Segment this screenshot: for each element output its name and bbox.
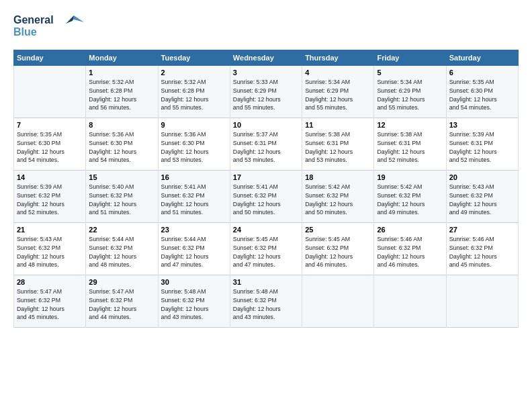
logo: General Blue [13,10,84,43]
day-header-monday: Monday [86,50,158,66]
day-number: 12 [377,121,443,129]
calendar-table: SundayMondayTuesdayWednesdayThursdayFrid… [13,50,519,328]
day-number: 25 [305,226,371,234]
header: General Blue [13,10,519,43]
day-number: 17 [233,173,299,181]
day-info: Sunrise: 5:42 AM Sunset: 6:32 PM Dayligh… [305,183,371,217]
day-info: Sunrise: 5:39 AM Sunset: 6:31 PM Dayligh… [449,130,515,165]
day-info: Sunrise: 5:44 AM Sunset: 6:32 PM Dayligh… [89,235,154,269]
day-number: 22 [89,226,154,234]
day-number: 10 [233,121,299,129]
calendar-cell: 14Sunrise: 5:39 AM Sunset: 6:32 PM Dayli… [14,171,86,223]
day-info: Sunrise: 5:38 AM Sunset: 6:31 PM Dayligh… [377,130,443,165]
day-number: 5 [377,68,443,77]
day-info: Sunrise: 5:35 AM Sunset: 6:30 PM Dayligh… [449,78,515,112]
calendar-cell: 17Sunrise: 5:41 AM Sunset: 6:32 PM Dayli… [230,171,302,223]
calendar-cell: 20Sunrise: 5:43 AM Sunset: 6:32 PM Dayli… [446,171,518,223]
day-info: Sunrise: 5:41 AM Sunset: 6:32 PM Dayligh… [233,183,299,217]
day-number: 21 [17,226,83,234]
week-row-4: 21Sunrise: 5:43 AM Sunset: 6:32 PM Dayli… [14,223,519,275]
day-info: Sunrise: 5:34 AM Sunset: 6:29 PM Dayligh… [377,78,443,112]
calendar-cell: 11Sunrise: 5:38 AM Sunset: 6:31 PM Dayli… [302,118,374,171]
calendar-cell: 22Sunrise: 5:44 AM Sunset: 6:32 PM Dayli… [86,223,158,275]
calendar-cell: 16Sunrise: 5:41 AM Sunset: 6:32 PM Dayli… [158,171,230,223]
calendar-cell: 24Sunrise: 5:45 AM Sunset: 6:32 PM Dayli… [230,223,302,275]
svg-text:General: General [13,14,54,26]
day-number: 20 [449,173,515,181]
calendar-cell: 26Sunrise: 5:46 AM Sunset: 6:32 PM Dayli… [374,223,446,275]
day-number: 7 [17,121,83,129]
day-number: 16 [161,173,227,181]
day-info: Sunrise: 5:32 AM Sunset: 6:28 PM Dayligh… [161,78,227,112]
day-info: Sunrise: 5:47 AM Sunset: 6:32 PM Dayligh… [17,287,83,322]
day-info: Sunrise: 5:38 AM Sunset: 6:31 PM Dayligh… [305,130,371,165]
day-info: Sunrise: 5:43 AM Sunset: 6:32 PM Dayligh… [17,235,83,269]
calendar-cell: 1Sunrise: 5:32 AM Sunset: 6:28 PM Daylig… [86,66,158,118]
calendar-cell: 23Sunrise: 5:44 AM Sunset: 6:32 PM Dayli… [158,223,230,275]
page: General Blue SundayMondayTuesdayWednesda… [0,0,532,411]
calendar-cell: 27Sunrise: 5:46 AM Sunset: 6:32 PM Dayli… [446,223,518,275]
calendar-cell: 18Sunrise: 5:42 AM Sunset: 6:32 PM Dayli… [302,171,374,223]
day-number: 15 [89,173,154,181]
calendar-cell [14,66,86,118]
week-row-5: 28Sunrise: 5:47 AM Sunset: 6:32 PM Dayli… [14,275,519,328]
day-number: 31 [233,278,299,286]
day-number: 6 [449,68,515,77]
svg-text:Blue: Blue [13,26,37,38]
calendar-cell [374,275,446,328]
day-info: Sunrise: 5:36 AM Sunset: 6:30 PM Dayligh… [161,130,227,165]
calendar-cell: 12Sunrise: 5:38 AM Sunset: 6:31 PM Dayli… [374,118,446,171]
calendar-cell: 21Sunrise: 5:43 AM Sunset: 6:32 PM Dayli… [14,223,86,275]
day-number: 4 [305,68,371,77]
day-number: 24 [233,226,299,234]
day-number: 19 [377,173,443,181]
day-number: 1 [89,68,154,77]
day-header-thursday: Thursday [302,50,374,66]
calendar-cell: 8Sunrise: 5:36 AM Sunset: 6:30 PM Daylig… [86,118,158,171]
calendar-cell: 2Sunrise: 5:32 AM Sunset: 6:28 PM Daylig… [158,66,230,118]
calendar-cell: 25Sunrise: 5:45 AM Sunset: 6:32 PM Dayli… [302,223,374,275]
day-info: Sunrise: 5:46 AM Sunset: 6:32 PM Dayligh… [449,235,515,269]
calendar-cell: 13Sunrise: 5:39 AM Sunset: 6:31 PM Dayli… [446,118,518,171]
day-header-saturday: Saturday [446,50,518,66]
calendar-cell: 28Sunrise: 5:47 AM Sunset: 6:32 PM Dayli… [14,275,86,328]
calendar-cell: 19Sunrise: 5:42 AM Sunset: 6:32 PM Dayli… [374,171,446,223]
calendar-cell: 15Sunrise: 5:40 AM Sunset: 6:32 PM Dayli… [86,171,158,223]
day-number: 14 [17,173,83,181]
day-number: 2 [161,68,227,77]
day-info: Sunrise: 5:34 AM Sunset: 6:29 PM Dayligh… [305,78,371,112]
day-info: Sunrise: 5:39 AM Sunset: 6:32 PM Dayligh… [17,183,83,217]
day-header-sunday: Sunday [14,50,86,66]
day-info: Sunrise: 5:47 AM Sunset: 6:32 PM Dayligh… [89,287,154,322]
day-header-friday: Friday [374,50,446,66]
day-header-tuesday: Tuesday [158,50,230,66]
day-number: 28 [17,278,83,286]
day-info: Sunrise: 5:36 AM Sunset: 6:30 PM Dayligh… [89,130,154,165]
calendar-cell: 10Sunrise: 5:37 AM Sunset: 6:31 PM Dayli… [230,118,302,171]
day-number: 29 [89,278,154,286]
day-number: 30 [161,278,227,286]
day-number: 3 [233,68,299,77]
day-info: Sunrise: 5:40 AM Sunset: 6:32 PM Dayligh… [89,183,154,217]
day-number: 27 [449,226,515,234]
day-info: Sunrise: 5:33 AM Sunset: 6:29 PM Dayligh… [233,78,299,112]
calendar-cell: 3Sunrise: 5:33 AM Sunset: 6:29 PM Daylig… [230,66,302,118]
day-info: Sunrise: 5:43 AM Sunset: 6:32 PM Dayligh… [449,183,515,217]
day-info: Sunrise: 5:41 AM Sunset: 6:32 PM Dayligh… [161,183,227,217]
calendar-cell: 30Sunrise: 5:48 AM Sunset: 6:32 PM Dayli… [158,275,230,328]
calendar-cell: 4Sunrise: 5:34 AM Sunset: 6:29 PM Daylig… [302,66,374,118]
day-number: 26 [377,226,443,234]
day-number: 13 [449,121,515,129]
day-info: Sunrise: 5:45 AM Sunset: 6:32 PM Dayligh… [305,235,371,269]
calendar-cell [446,275,518,328]
day-number: 8 [89,121,154,129]
header-row: SundayMondayTuesdayWednesdayThursdayFrid… [14,50,519,66]
day-info: Sunrise: 5:45 AM Sunset: 6:32 PM Dayligh… [233,235,299,269]
calendar-cell: 29Sunrise: 5:47 AM Sunset: 6:32 PM Dayli… [86,275,158,328]
day-info: Sunrise: 5:42 AM Sunset: 6:32 PM Dayligh… [377,183,443,217]
day-info: Sunrise: 5:48 AM Sunset: 6:32 PM Dayligh… [161,287,227,322]
calendar-cell: 5Sunrise: 5:34 AM Sunset: 6:29 PM Daylig… [374,66,446,118]
day-number: 9 [161,121,227,129]
day-info: Sunrise: 5:48 AM Sunset: 6:32 PM Dayligh… [233,287,299,322]
calendar-cell: 6Sunrise: 5:35 AM Sunset: 6:30 PM Daylig… [446,66,518,118]
